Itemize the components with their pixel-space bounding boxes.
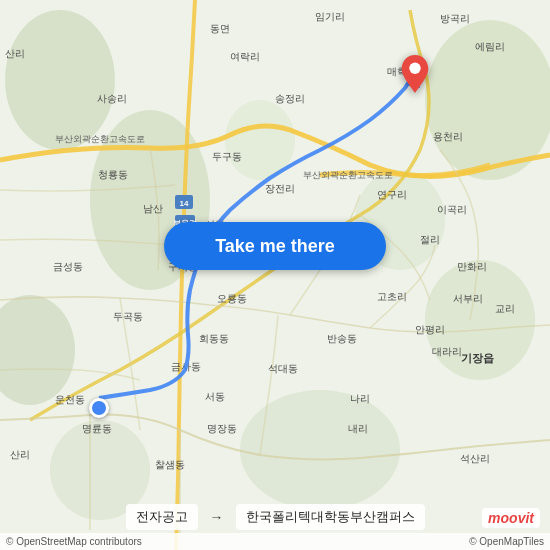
svg-point-0 <box>5 10 115 150</box>
svg-text:서부리: 서부리 <box>453 293 483 304</box>
svg-point-6 <box>0 295 75 405</box>
origin-marker <box>89 398 109 418</box>
svg-text:절리: 절리 <box>420 234 440 245</box>
svg-text:두구동: 두구동 <box>212 151 242 162</box>
svg-text:만화리: 만화리 <box>457 261 487 272</box>
svg-text:오룡동: 오룡동 <box>217 293 247 304</box>
svg-text:찰샘동: 찰샘동 <box>155 459 185 470</box>
svg-text:이곡리: 이곡리 <box>437 204 467 215</box>
svg-text:용천리: 용천리 <box>433 131 463 142</box>
svg-text:산리: 산리 <box>10 449 30 460</box>
svg-text:장전리: 장전리 <box>265 183 295 194</box>
svg-text:석대동: 석대동 <box>268 363 298 374</box>
svg-text:부산외곽순환고속도로: 부산외곽순환고속도로 <box>55 134 145 144</box>
svg-point-8 <box>225 100 295 180</box>
svg-text:여락리: 여락리 <box>230 51 260 62</box>
svg-text:대라리: 대라리 <box>432 346 462 357</box>
destination-label: 한국폴리텍대학동부산캠퍼스 <box>236 504 425 530</box>
svg-text:명륜동: 명륜동 <box>82 423 112 434</box>
svg-text:에림리: 에림리 <box>475 41 505 52</box>
svg-text:산리: 산리 <box>5 48 25 59</box>
location-bar: 전자공고 → 한국폴리텍대학동부산캠퍼스 <box>0 504 550 530</box>
arrow-icon: → <box>210 509 224 525</box>
svg-text:남산: 남산 <box>143 203 163 214</box>
svg-text:사송리: 사송리 <box>97 93 127 104</box>
svg-text:연구리: 연구리 <box>377 189 407 200</box>
origin-label: 전자공고 <box>126 504 198 530</box>
map-container: 동면 임기리 방곡리 에림리 산리 여락리 매학리 사송리 송정리 부산외곽순환… <box>0 0 550 550</box>
svg-text:14: 14 <box>180 199 189 208</box>
svg-text:안평리: 안평리 <box>415 324 445 335</box>
take-me-there-button[interactable]: Take me there <box>164 222 386 270</box>
svg-text:청룡동: 청룡동 <box>98 169 128 180</box>
svg-text:교리: 교리 <box>495 303 515 314</box>
destination-marker <box>400 55 430 97</box>
svg-text:서동: 서동 <box>205 391 225 402</box>
svg-text:반송동: 반송동 <box>327 333 357 344</box>
svg-text:나리: 나리 <box>350 393 370 404</box>
svg-text:고초리: 고초리 <box>377 291 407 302</box>
svg-point-5 <box>240 390 400 510</box>
attribution-bar: © OpenStreetMap contributors © OpenMapTi… <box>0 533 550 550</box>
svg-text:동면: 동면 <box>210 23 230 34</box>
svg-text:부산외곽순환고속도로: 부산외곽순환고속도로 <box>303 170 393 180</box>
svg-text:명장동: 명장동 <box>207 423 237 434</box>
svg-text:방곡리: 방곡리 <box>440 13 470 24</box>
svg-text:금성동: 금성동 <box>53 261 83 272</box>
moovit-logo: moovit <box>482 508 540 528</box>
svg-point-58 <box>409 63 420 74</box>
svg-text:석산리: 석산리 <box>460 453 490 464</box>
svg-text:내리: 내리 <box>348 423 368 434</box>
svg-text:회동동: 회동동 <box>199 333 229 344</box>
attribution-right: © OpenMapTiles <box>469 536 544 547</box>
map-svg: 동면 임기리 방곡리 에림리 산리 여락리 매학리 사송리 송정리 부산외곽순환… <box>0 0 550 550</box>
moovit-text: moovit <box>488 510 534 526</box>
svg-text:송정리: 송정리 <box>275 93 305 104</box>
svg-text:운천동: 운천동 <box>55 394 85 405</box>
svg-text:금사동: 금사동 <box>171 361 201 372</box>
svg-text:두곡동: 두곡동 <box>113 311 143 322</box>
svg-text:기장읍: 기장읍 <box>461 352 494 364</box>
attribution-left: © OpenStreetMap contributors <box>6 536 142 547</box>
svg-text:임기리: 임기리 <box>315 11 345 22</box>
